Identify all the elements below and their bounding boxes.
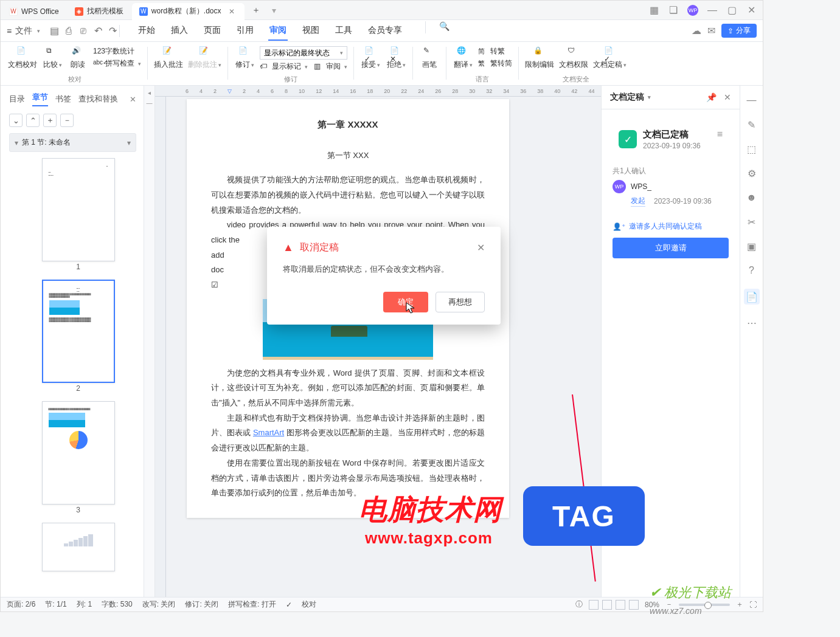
view-read-icon[interactable]: [629, 600, 639, 610]
nav-tab-find[interactable]: 查找和替换: [78, 94, 118, 105]
reject-button[interactable]: 📄✕拒绝▾: [386, 46, 406, 70]
nav-tab-chapter[interactable]: 章节: [32, 92, 48, 106]
section-header[interactable]: ▾ 第 1 节: 未命名 ▾: [9, 133, 136, 152]
status-section[interactable]: 节: 1/1: [45, 599, 66, 610]
redo-icon[interactable]: ↷: [107, 26, 118, 36]
doc-compare-button[interactable]: 📄文档校对: [8, 46, 37, 70]
status-overwrite[interactable]: 改写: 关闭: [142, 599, 176, 610]
zoom-in-button[interactable]: ＋: [736, 599, 743, 610]
avatar[interactable]: WP: [687, 5, 698, 16]
accessibility-icon[interactable]: ⓘ: [575, 599, 583, 610]
horizontal-ruler[interactable]: 642 ▽ 2468101214161820222426283032343638…: [155, 86, 601, 97]
nav-tab-bookmark[interactable]: 书签: [55, 94, 71, 105]
tab-member[interactable]: 会员专享: [367, 21, 403, 41]
restrict-edit-button[interactable]: 🔒限制编辑: [525, 46, 554, 70]
cloud-icon[interactable]: ☁: [692, 25, 701, 36]
page-thumbnail-3[interactable]: ████████████████ ████████████████: [42, 401, 115, 504]
invite-more-link[interactable]: 👤⁺ 邀请多人共同确认定稿: [613, 221, 729, 232]
nav-close-button[interactable]: ✕: [130, 95, 136, 104]
revise-button[interactable]: 📄修订▾: [234, 46, 255, 70]
translate-button[interactable]: 🌐翻译▾: [453, 46, 473, 70]
accept-button[interactable]: 📄✓接受▾: [360, 46, 381, 70]
print-icon[interactable]: ⎙: [63, 26, 74, 36]
search-icon[interactable]: 🔍: [439, 21, 450, 41]
save-icon[interactable]: ▤: [49, 26, 60, 36]
rail-finalize-icon[interactable]: 📄: [744, 289, 760, 305]
invite-button[interactable]: 立即邀请: [613, 238, 729, 258]
rail-pencil-icon[interactable]: ✎: [746, 119, 758, 131]
page-thumbnail-4[interactable]: [42, 523, 115, 571]
status-proof[interactable]: 校对: [302, 599, 316, 610]
maximize-button[interactable]: ▢: [726, 5, 737, 16]
app-grid-icon[interactable]: ▦: [648, 5, 659, 16]
tab-reference[interactable]: 引用: [235, 21, 255, 41]
card-menu-button[interactable]: ≡: [717, 129, 723, 140]
rail-collapse-icon[interactable]: —: [746, 94, 758, 106]
view-print-icon[interactable]: [589, 600, 599, 610]
cancel-button[interactable]: 再想想: [436, 292, 485, 312]
rail-more-icon[interactable]: ⋯: [746, 317, 758, 329]
pin-icon[interactable]: 📌: [706, 92, 717, 102]
feedback-icon[interactable]: ✉: [707, 25, 715, 36]
trad-to-simp-button[interactable]: 繁繁转简: [478, 58, 512, 69]
close-window-button[interactable]: ✕: [746, 5, 757, 16]
simp-to-trad-button[interactable]: 简转繁: [478, 46, 512, 57]
nav-collapse-button[interactable]: ⌃: [26, 114, 40, 127]
file-menu[interactable]: 文件: [15, 26, 32, 36]
share-button[interactable]: ⇪ 分享: [721, 24, 757, 38]
nav-tab-toc[interactable]: 目录: [9, 94, 25, 105]
status-spell[interactable]: 拼写检查: 打开: [228, 599, 276, 610]
insert-comment-button[interactable]: 📝插入批注: [154, 46, 183, 70]
rail-settings-icon[interactable]: ⚙: [746, 167, 758, 179]
nav-expand-button[interactable]: ⌄: [9, 114, 23, 127]
close-icon[interactable]: ✕: [229, 7, 237, 16]
tab-app[interactable]: W WPS Office: [2, 3, 66, 20]
tab-more-button[interactable]: ▾: [268, 5, 281, 15]
fullscreen-icon[interactable]: ⛶: [749, 601, 757, 609]
status-words[interactable]: 字数: 530: [102, 599, 133, 610]
status-column[interactable]: 列: 1: [77, 599, 92, 610]
vertical-ruler[interactable]: [155, 97, 166, 597]
tab-view[interactable]: 视图: [301, 21, 321, 41]
status-revise[interactable]: 修订: 关闭: [185, 599, 218, 610]
box-icon[interactable]: ❏: [668, 5, 679, 16]
chevron-down-icon[interactable]: ▾: [37, 28, 40, 34]
tab-add-button[interactable]: ＋: [249, 5, 263, 16]
tab-document[interactable]: W word教程（新）.docx ✕: [132, 3, 245, 20]
tab-page[interactable]: 页面: [203, 21, 222, 41]
brush-button[interactable]: ✎画笔: [419, 46, 440, 70]
undo-icon[interactable]: ↶: [92, 26, 103, 36]
compare-button[interactable]: ⧉比较▾: [42, 46, 63, 70]
tab-template[interactable]: ◈ 找稻壳模板: [68, 3, 131, 20]
tab-tools[interactable]: 工具: [334, 21, 353, 41]
confirm-button[interactable]: 确定: [383, 292, 428, 312]
tab-insert[interactable]: 插入: [170, 21, 189, 41]
review-pane-button[interactable]: ▥审阅▾: [314, 61, 347, 72]
word-count-button[interactable]: 123字数统计: [93, 46, 141, 57]
view-outline-icon[interactable]: [602, 600, 612, 610]
nav-add-button[interactable]: ＋: [43, 114, 57, 127]
tab-start[interactable]: 开始: [137, 21, 156, 41]
status-page[interactable]: 页面: 2/6: [7, 599, 35, 610]
spell-check-button[interactable]: abc✓拼写检查▾: [93, 58, 141, 69]
rail-help-icon[interactable]: ?: [746, 264, 758, 277]
nav-remove-button[interactable]: －: [60, 114, 74, 127]
rail-robot-icon[interactable]: ☻: [746, 191, 758, 204]
read-aloud-button[interactable]: 🔊朗读: [68, 46, 88, 70]
rail-select-icon[interactable]: ⬚: [746, 143, 758, 155]
finalize-button[interactable]: 📄✓文档定稿▾: [593, 46, 627, 70]
permissions-button[interactable]: 🛡文档权限: [559, 46, 588, 70]
page-thumbnail-1[interactable]: ▪▪▪▪▪▪▪▪▪▪▪: [42, 158, 115, 261]
rail-tools-icon[interactable]: ✂: [746, 216, 758, 228]
rail-layout-icon[interactable]: ▣: [746, 240, 758, 252]
hamburger-icon[interactable]: ≡: [7, 26, 12, 36]
tab-review[interactable]: 审阅: [268, 21, 288, 41]
view-web-icon[interactable]: [616, 600, 625, 610]
close-panel-button[interactable]: ✕: [724, 92, 731, 102]
minimize-button[interactable]: —: [707, 5, 718, 16]
page-thumbnail-2[interactable]: ▪▪▪▪▪▪▪ ████████████████ ███████████████…: [42, 280, 115, 383]
smartart-link[interactable]: SmartArt: [253, 428, 284, 437]
chevron-down-icon[interactable]: ▾: [648, 94, 651, 100]
status-proof-icon[interactable]: ✓: [286, 601, 292, 609]
dialog-close-button[interactable]: ✕: [477, 242, 485, 253]
